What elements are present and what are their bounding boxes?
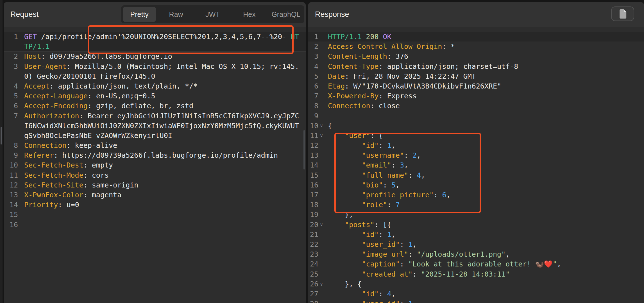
token-txt: , [391,230,396,239]
line-number: 8 [4,141,18,150]
code-row: 6Etag: W/"178-DCvkaUVtA3B4CDkibvF1n626XR… [308,81,644,91]
token-txt [362,33,366,41]
token-txt [328,141,362,150]
fold-chevron-icon[interactable]: ∨ [318,220,325,230]
line-number: 8 [308,101,318,111]
code-text: "posts": [{ [325,220,391,230]
code-text: Accept: application/json, text/plain, */… [24,81,198,91]
token-txt: : [379,230,387,239]
token-hdr: Etag [328,82,345,90]
token-txt: : Fri, 28 Nov 2025 14:22:47 GMT [345,72,476,80]
fold-chevron-icon[interactable]: ∨ [318,279,325,289]
code-row: 14Priority: u=0 [4,200,306,210]
window-scrollbar-thumb[interactable] [1,127,2,144]
code-text: }, { [325,279,362,289]
tab-jwt[interactable]: JWT [196,7,229,22]
code-text: "bio": 5, [325,180,400,190]
file-icon [619,9,627,19]
token-txt [328,191,362,199]
token-txt: : keep-alive [67,141,117,150]
code-row: 13 "username": 2, [308,150,644,160]
code-row: 25 "created_at": "2025-11-28 14:03:11" [308,269,644,279]
line-number [4,131,18,141]
code-row: 11Sec-Fetch-Mode: cors [4,170,306,180]
line-number: 7 [308,91,318,101]
token-hdr: Content-Length [328,52,387,60]
token-met: GET [24,33,37,41]
gutter-spacer [318,210,325,220]
token-txt [328,161,362,169]
gutter-spacer [318,32,325,42]
token-pro: HT [291,33,299,41]
request-panel-title: Request [10,2,39,27]
request-editor[interactable]: 1GET /api/profile/admin'%20UNION%20SELEC… [4,27,306,303]
code-row: 23 "image_url": "/uploads/otter1.png", [308,249,644,259]
line-number: 2 [4,51,18,61]
tab-graphql[interactable]: GraphQL [269,7,303,22]
fold-chevron-icon[interactable]: ∨ [318,131,325,141]
line-number: 26 [308,279,318,289]
tab-raw[interactable]: Raw [159,7,192,22]
gutter-spacer [318,289,325,299]
code-row: 4Content-Type: application/json; charset… [308,62,644,71]
line-number: 7 [4,111,18,121]
tab-hex[interactable]: Hex [233,7,266,22]
token-txt: : [391,161,400,169]
token-hdr: "id" [362,290,378,298]
code-row: 9Referer: https://d09739a5266f.labs.bugf… [4,150,306,160]
code-text: Connection: keep-alive [24,141,117,150]
gutter-spacer [18,200,24,210]
fold-chevron-icon[interactable]: ∨ [318,121,325,131]
token-num: 4 [417,171,421,179]
line-number: 13 [4,190,18,200]
line-number: 16 [4,220,18,230]
token-num: 5 [391,181,396,189]
token-hdr: Content-Type [328,62,379,71]
token-txt: , [557,260,561,268]
request-editor-scrollbar-thumb[interactable] [303,130,305,169]
token-txt: : application/json, text/plain, */* [49,82,198,90]
code-row: 2Host: d09739a5266f.labs.bugforge.io [4,51,306,61]
window-left-scrollbar[interactable] [0,0,3,303]
tab-pretty[interactable]: Pretty [123,7,156,22]
token-txt: , [391,290,396,298]
line-number: 10 [4,160,18,170]
code-text: Sec-Fetch-Site: same-origin [24,180,138,190]
token-hdr: Authorization [24,112,79,120]
token-str: "Look at this adorable otter! 🦦❤️" [408,260,557,268]
token-hdr: Access-Control-Allow-Origin [328,42,442,51]
line-number: 6 [4,101,18,111]
code-text: Referer: https://d09739a5266f.labs.bugfo… [24,150,278,160]
gutter-spacer [318,200,325,210]
code-text: User-Agent: Mozilla/5.0 (Macintosh; Inte… [24,62,299,71]
code-text [325,111,328,121]
gutter-spacer [318,170,325,180]
token-txt: : u=0 [58,201,79,209]
line-number: 19 [308,210,318,220]
code-row: 26∨ }, { [308,279,644,289]
gutter-spacer [18,210,24,220]
response-panel-title: Response [315,2,349,27]
response-editor[interactable]: 1HTTP/1.1 200 OK2Access-Control-Allow-Or… [308,27,644,303]
gutter-spacer [318,62,325,71]
token-txt: : Express [379,92,417,100]
code-text: "id": 4, [325,289,396,299]
gutter-spacer [18,141,24,150]
token-str: "2025-11-28 14:03:11" [421,270,510,278]
code-text: "user_id": 1, [325,239,417,249]
line-number: 23 [308,249,318,259]
line-number: 15 [4,210,18,220]
token-hdr: "user" [345,132,370,140]
token-txt: : [400,260,408,268]
code-text: "image_url": "/uploads/otter1.png", [325,249,510,259]
code-text: "profile_picture": 6, [325,190,451,200]
token-txt: : https://d09739a5266f.labs.bugforge.io/… [54,151,278,159]
code-row: 9 [308,111,644,121]
code-text: "full_name": 4, [325,170,425,180]
token-txt: I6NCwidXNlcm5hbWUiOiJ0ZXN0ZXIxIiwiaWF0Ij… [24,122,299,130]
open-in-new-document-button[interactable] [611,6,634,21]
token-txt: : { [370,132,383,140]
code-row: 10Sec-Fetch-Dest: empty [4,160,306,170]
line-number: 11 [4,170,18,180]
line-number: 6 [308,81,318,91]
